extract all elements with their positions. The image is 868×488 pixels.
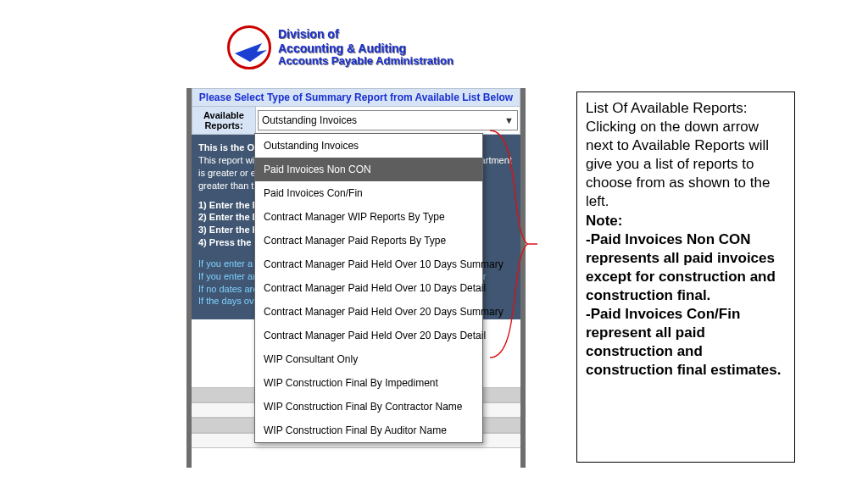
explain-bullet2: -Paid Invoices Con/Fin represent all pai…	[586, 306, 782, 378]
explain-title: List Of Available Reports:	[586, 100, 748, 116]
chevron-down-icon[interactable]: ▼	[504, 115, 514, 125]
option-cm-wip-by-type[interactable]: Contract Manager WIP Reports By Type	[255, 205, 482, 229]
logo-line3: Accounts Payable Administration	[278, 55, 453, 68]
option-cm-held-10-summary[interactable]: Contract Manager Paid Held Over 10 Days …	[255, 252, 482, 276]
option-wip-final-auditor[interactable]: WIP Construction Final By Auditor Name	[255, 419, 482, 442]
panel-header: Please Select Type of Summary Report fro…	[192, 88, 520, 107]
explain-bullet1: -Paid Invoices Non CON represents all pa…	[586, 231, 776, 303]
logo-text: Division of Accounting & Auditing Accoun…	[278, 27, 453, 67]
option-outstanding-invoices[interactable]: Outstanding Invoices	[255, 134, 482, 158]
option-cm-held-20-detail[interactable]: Contract Manager Paid Held Over 20 Days …	[255, 324, 482, 347]
logo-line1: Division of	[278, 27, 453, 41]
reports-select[interactable]: Outstanding Invoices ▼	[256, 108, 520, 132]
logo-line2: Accounting & Auditing	[278, 42, 453, 55]
selected-value: Outstanding Invoices	[262, 114, 357, 126]
option-cm-held-10-detail[interactable]: Contract Manager Paid Held Over 10 Days …	[255, 276, 482, 300]
option-cm-held-20-summary[interactable]: Contract Manager Paid Held Over 20 Days …	[255, 300, 482, 324]
option-wip-consultant[interactable]: WIP Consultant Only	[255, 347, 482, 371]
report-selector-row: Available Reports: Outstanding Invoices …	[192, 107, 520, 135]
explain-note-label: Note:	[586, 213, 622, 229]
callout-bracket	[487, 127, 537, 361]
option-wip-final-impediment[interactable]: WIP Construction Final By Impediment	[255, 371, 482, 395]
option-paid-invoices-non-con[interactable]: Paid Invoices Non CON	[255, 158, 482, 181]
app-logo: Division of Accounting & Auditing Accoun…	[227, 25, 453, 69]
explain-p1: Clicking on the down arrow next to Avail…	[586, 119, 770, 209]
svg-marker-0	[235, 43, 267, 62]
available-reports-label: Available Reports:	[192, 107, 256, 134]
logo-badge	[227, 25, 271, 69]
option-paid-invoices-con-fin[interactable]: Paid Invoices Con/Fin	[255, 181, 482, 205]
reports-dropdown-list[interactable]: Outstanding Invoices Paid Invoices Non C…	[254, 133, 483, 443]
option-cm-paid-by-type[interactable]: Contract Manager Paid Reports By Type	[255, 229, 482, 252]
explanation-box: List Of Available Reports: Clicking on t…	[576, 92, 795, 463]
option-wip-final-contractor[interactable]: WIP Construction Final By Contractor Nam…	[255, 395, 482, 419]
